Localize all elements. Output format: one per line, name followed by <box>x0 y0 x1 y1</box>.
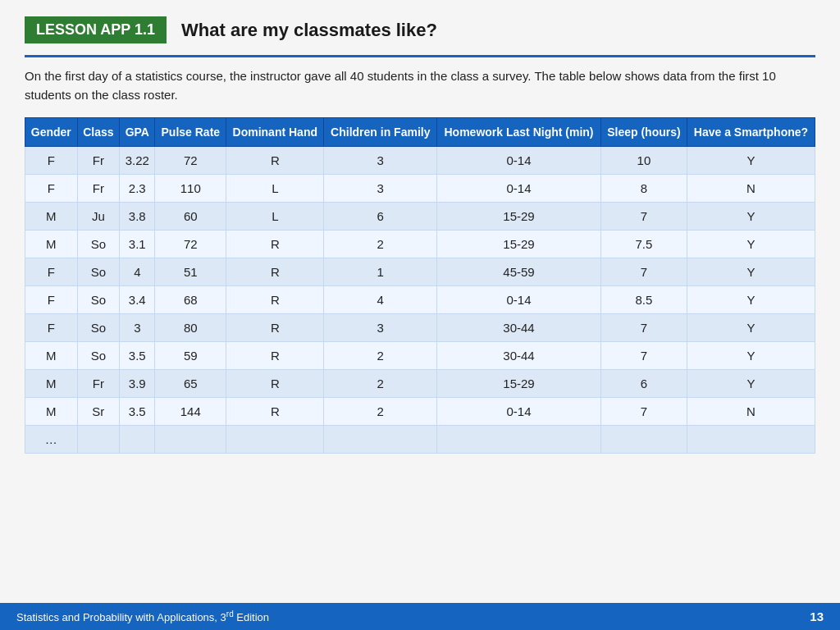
table-cell: R <box>226 258 324 286</box>
table-cell: R <box>226 231 324 258</box>
table-cell: M <box>25 342 78 370</box>
table-cell: 65 <box>155 370 226 398</box>
table-cell: R <box>226 286 324 314</box>
table-cell: 15-29 <box>437 231 601 258</box>
table-cell: R <box>226 342 324 370</box>
table-cell: M <box>25 231 78 258</box>
table-cell: F <box>25 258 78 286</box>
table-body: FFr3.2272R30-1410YFFr2.3110L30-148NMJu3.… <box>25 147 815 454</box>
table-header-cell: Pulse Rate <box>155 118 226 147</box>
header-title: What are my classmates like? <box>181 20 437 41</box>
table-cell: 45-59 <box>437 258 601 286</box>
table-cell: N <box>687 175 815 203</box>
table-cell: 6 <box>324 203 437 231</box>
table-cell: Y <box>687 314 815 342</box>
table-cell: Y <box>687 286 815 314</box>
table-cell: 7 <box>600 314 687 342</box>
table-header-cell: Homework Last Night (min) <box>437 118 601 147</box>
table-cell <box>687 426 815 454</box>
table-cell: 0-14 <box>437 175 601 203</box>
table-cell: 2 <box>324 398 437 426</box>
table-cell: 3.8 <box>120 203 155 231</box>
table-cell: 144 <box>155 398 226 426</box>
table-header-cell: Class <box>77 118 120 147</box>
table-cell: F <box>25 286 78 314</box>
table-cell: 7 <box>600 342 687 370</box>
table-cell: So <box>77 314 120 342</box>
table-cell: 8.5 <box>600 286 687 314</box>
table-cell: Y <box>687 231 815 258</box>
table-cell: 7 <box>600 398 687 426</box>
table-cell: M <box>25 203 78 231</box>
table-cell: So <box>77 286 120 314</box>
table-cell <box>600 426 687 454</box>
footer-page: 13 <box>810 609 824 623</box>
table-cell: M <box>25 398 78 426</box>
table-header-row: GenderClassGPAPulse RateDominant HandChi… <box>25 118 815 147</box>
table-cell: Fr <box>77 147 120 175</box>
table-cell: L <box>226 175 324 203</box>
table-cell: F <box>25 175 78 203</box>
table-header-cell: Have a Smartphone? <box>687 118 815 147</box>
table-cell: So <box>77 342 120 370</box>
table-cell: Y <box>687 342 815 370</box>
table-cell: 2 <box>324 231 437 258</box>
table-cell: 8 <box>600 175 687 203</box>
table-cell: R <box>226 370 324 398</box>
table-cell <box>324 426 437 454</box>
table-header-cell: Dominant Hand <box>226 118 324 147</box>
table-cell: N <box>687 398 815 426</box>
table-cell: 0-14 <box>437 398 601 426</box>
table-cell: Y <box>687 370 815 398</box>
table-cell: 3.1 <box>120 231 155 258</box>
description: On the first day of a statistics course,… <box>25 67 815 104</box>
table-cell: 110 <box>155 175 226 203</box>
header-row: LESSON APP 1.1 What are my classmates li… <box>25 16 815 43</box>
table-cell <box>226 426 324 454</box>
table-row: FSo3.468R40-148.5Y <box>25 286 815 314</box>
main-content: LESSON APP 1.1 What are my classmates li… <box>0 0 840 603</box>
table-cell: 80 <box>155 314 226 342</box>
lesson-badge: LESSON APP 1.1 <box>25 16 167 43</box>
table-cell: 6 <box>600 370 687 398</box>
table-cell: 7 <box>600 203 687 231</box>
table-cell: 68 <box>155 286 226 314</box>
table-cell: M <box>25 370 78 398</box>
data-table: GenderClassGPAPulse RateDominant HandChi… <box>25 117 815 454</box>
table-header-cell: Children in Family <box>324 118 437 147</box>
table-cell: 0-14 <box>437 147 601 175</box>
table-cell <box>437 426 601 454</box>
table-cell: 4 <box>120 258 155 286</box>
table-cell: 7 <box>600 258 687 286</box>
table-cell: … <box>25 426 78 454</box>
table-cell: Fr <box>77 370 120 398</box>
table-cell <box>77 426 120 454</box>
table-cell: F <box>25 147 78 175</box>
table-cell: 3.5 <box>120 342 155 370</box>
table-cell: So <box>77 258 120 286</box>
table-row: FFr3.2272R30-1410Y <box>25 147 815 175</box>
table-cell: R <box>226 147 324 175</box>
table-cell: F <box>25 314 78 342</box>
table-row: FSo380R330-447Y <box>25 314 815 342</box>
table-cell: 3 <box>324 147 437 175</box>
table-cell: 3 <box>120 314 155 342</box>
table-cell: 30-44 <box>437 342 601 370</box>
table-cell: 72 <box>155 147 226 175</box>
table-cell: 2 <box>324 342 437 370</box>
table-cell: 30-44 <box>437 314 601 342</box>
table-row: MSo3.172R215-297.5Y <box>25 231 815 258</box>
table-cell <box>155 426 226 454</box>
table-cell: 3.5 <box>120 398 155 426</box>
table-cell: R <box>226 398 324 426</box>
table-cell: 3 <box>324 175 437 203</box>
table-cell: Y <box>687 147 815 175</box>
table-cell: Y <box>687 203 815 231</box>
table-cell: L <box>226 203 324 231</box>
footer-edition-super: rd <box>226 609 234 619</box>
table-cell: 2 <box>324 370 437 398</box>
table-row: MFr3.965R215-296Y <box>25 370 815 398</box>
header-divider <box>25 55 815 57</box>
table-cell: 51 <box>155 258 226 286</box>
table-cell: 3.22 <box>120 147 155 175</box>
